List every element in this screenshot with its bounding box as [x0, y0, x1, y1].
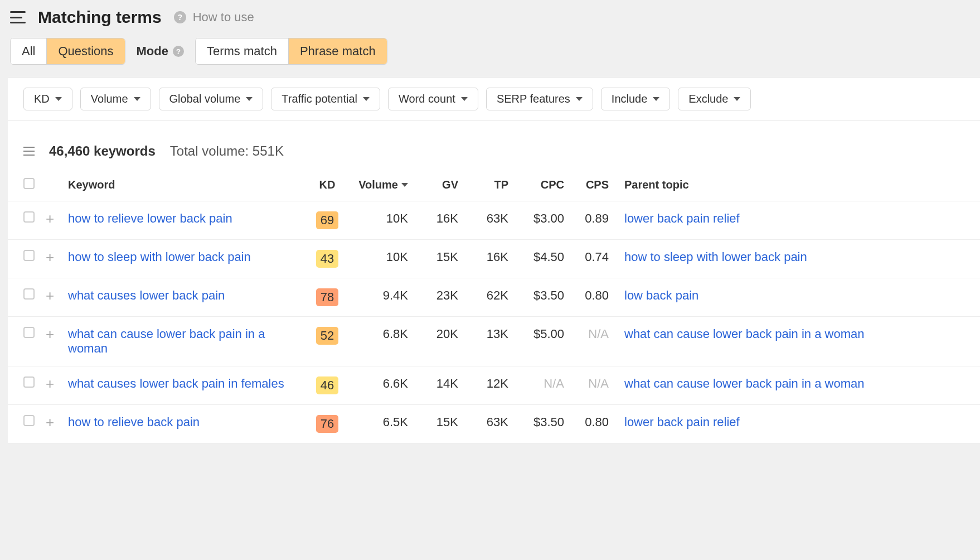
parent-topic-link[interactable]: how to sleep with lower back pain: [624, 250, 807, 264]
keyword-link[interactable]: how to relieve back pain: [68, 415, 200, 429]
mode-terms-match[interactable]: Terms match: [196, 38, 288, 64]
cell-gv: 16K: [414, 201, 464, 240]
filter-word-count[interactable]: Word count: [388, 88, 478, 110]
table-row: +how to relieve back pain766.5K15K63K$3.…: [8, 405, 980, 443]
cell-gv: 15K: [414, 405, 464, 443]
total-volume: Total volume: 551K: [170, 143, 284, 159]
chevron-down-icon: [734, 97, 740, 101]
keyword-link[interactable]: what causes lower back pain in females: [68, 376, 284, 390]
help-icon[interactable]: ?: [174, 11, 186, 23]
parent-topic-link[interactable]: low back pain: [624, 288, 698, 302]
col-tp[interactable]: TP: [464, 169, 514, 201]
filter-all[interactable]: All: [11, 38, 46, 64]
keyword-link[interactable]: what can cause lower back pain in a woma…: [68, 327, 265, 355]
cell-cps: N/A: [570, 366, 614, 405]
table-row: +what causes lower back pain789.4K23K62K…: [8, 278, 980, 317]
cell-cps: 0.80: [570, 405, 614, 443]
cell-volume: 6.8K: [347, 317, 414, 366]
col-parent-topic[interactable]: Parent topic: [614, 169, 980, 201]
cell-gv: 14K: [414, 366, 464, 405]
mode-segment: Terms match Phrase match: [195, 38, 387, 65]
keyword-link[interactable]: how to relieve lower back pain: [68, 211, 232, 225]
mode-phrase-match[interactable]: Phrase match: [288, 38, 387, 64]
expand-icon[interactable]: +: [46, 249, 54, 265]
cell-tp: 63K: [464, 201, 514, 240]
cell-tp: 16K: [464, 240, 514, 278]
kd-badge: 78: [316, 288, 338, 306]
kd-badge: 76: [316, 415, 338, 433]
kd-badge: 43: [316, 250, 338, 268]
expand-icon[interactable]: +: [46, 287, 54, 304]
expand-icon[interactable]: +: [46, 326, 54, 342]
col-gv[interactable]: GV: [414, 169, 464, 201]
list-options-icon[interactable]: [23, 147, 35, 156]
sort-desc-icon: [401, 183, 408, 187]
cell-cpc: $3.50: [514, 405, 570, 443]
chevron-down-icon: [576, 97, 583, 101]
chevron-down-icon: [461, 97, 468, 101]
cell-volume: 10K: [347, 201, 414, 240]
col-kd[interactable]: KD: [308, 169, 347, 201]
cell-cpc: $3.00: [514, 201, 570, 240]
parent-topic-link[interactable]: lower back pain relief: [624, 415, 740, 429]
parent-topic-link[interactable]: lower back pain relief: [624, 211, 740, 225]
table-row: +how to sleep with lower back pain4310K1…: [8, 240, 980, 278]
col-cpc[interactable]: CPC: [514, 169, 570, 201]
row-checkbox[interactable]: [23, 250, 35, 261]
select-all-checkbox[interactable]: [23, 178, 35, 189]
row-checkbox[interactable]: [23, 415, 35, 426]
cell-cpc: N/A: [514, 366, 570, 405]
expand-icon[interactable]: +: [46, 210, 54, 227]
cell-cpc: $4.50: [514, 240, 570, 278]
page-title: Matching terms: [38, 8, 162, 27]
cell-volume: 9.4K: [347, 278, 414, 317]
chevron-down-icon: [653, 97, 659, 101]
filter-questions[interactable]: Questions: [46, 38, 124, 64]
filter-volume[interactable]: Volume: [80, 88, 151, 110]
cell-tp: 62K: [464, 278, 514, 317]
cell-cps: 0.80: [570, 278, 614, 317]
cell-gv: 20K: [414, 317, 464, 366]
expand-icon[interactable]: +: [46, 375, 54, 392]
chevron-down-icon: [134, 97, 140, 101]
kd-badge: 52: [316, 327, 338, 345]
mode-help-icon[interactable]: ?: [173, 46, 184, 57]
parent-topic-link[interactable]: what can cause lower back pain in a woma…: [624, 327, 864, 341]
keyword-link[interactable]: what causes lower back pain: [68, 288, 225, 302]
keyword-type-segment: All Questions: [10, 38, 125, 65]
cell-volume: 6.6K: [347, 366, 414, 405]
cell-cps: N/A: [570, 317, 614, 366]
cell-cpc: $3.50: [514, 278, 570, 317]
cell-gv: 23K: [414, 278, 464, 317]
row-checkbox[interactable]: [23, 327, 35, 338]
col-cps[interactable]: CPS: [570, 169, 614, 201]
chevron-down-icon: [363, 97, 370, 101]
row-checkbox[interactable]: [23, 211, 35, 223]
filter-exclude[interactable]: Exclude: [678, 88, 751, 110]
col-volume[interactable]: Volume: [347, 169, 414, 201]
keyword-count: 46,460 keywords: [49, 143, 156, 159]
row-checkbox[interactable]: [23, 288, 35, 300]
keyword-link[interactable]: how to sleep with lower back pain: [68, 250, 251, 264]
filter-traffic-potential[interactable]: Traffic potential: [271, 88, 380, 110]
col-keyword[interactable]: Keyword: [62, 169, 308, 201]
table-row: +what can cause lower back pain in a wom…: [8, 317, 980, 366]
filter-kd[interactable]: KD: [23, 88, 72, 110]
filter-serp-features[interactable]: SERP features: [486, 88, 593, 110]
cell-cps: 0.89: [570, 201, 614, 240]
how-to-use-link[interactable]: How to use: [193, 10, 254, 25]
row-checkbox[interactable]: [23, 376, 35, 388]
filter-global-volume[interactable]: Global volume: [159, 88, 264, 110]
keywords-table: Keyword KD Volume GV TP CPC CPS Parent t…: [8, 169, 980, 443]
expand-icon[interactable]: +: [46, 414, 54, 431]
cell-tp: 12K: [464, 366, 514, 405]
cell-tp: 13K: [464, 317, 514, 366]
cell-cpc: $5.00: [514, 317, 570, 366]
filter-include[interactable]: Include: [601, 88, 671, 110]
parent-topic-link[interactable]: what can cause lower back pain in a woma…: [624, 376, 864, 390]
kd-badge: 46: [316, 376, 338, 394]
cell-volume: 6.5K: [347, 405, 414, 443]
menu-icon[interactable]: [10, 11, 26, 23]
chevron-down-icon: [246, 97, 253, 101]
cell-tp: 63K: [464, 405, 514, 443]
